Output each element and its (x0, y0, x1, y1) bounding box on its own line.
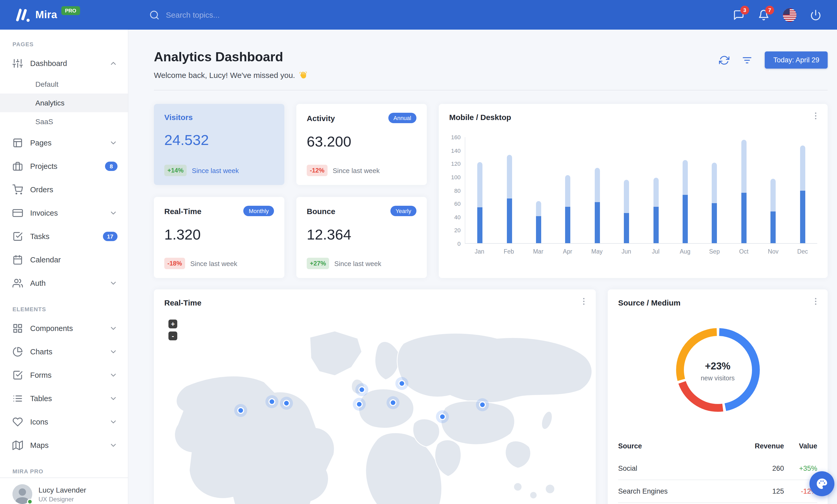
sidebar-subitem-saas[interactable]: SaaS (0, 112, 128, 131)
sidebar-subitem-default[interactable]: Default (0, 75, 128, 94)
y-tick-label: 100 (451, 174, 461, 180)
map-marker-san-francisco[interactable] (237, 407, 244, 414)
sidebar-item-calendar[interactable]: Calendar (0, 248, 128, 271)
x-tick-label: Sep (707, 248, 723, 255)
sidebar-item-label: Auth (30, 279, 109, 287)
sidebar-user[interactable]: Lucy Lavender UX Designer (0, 478, 128, 504)
bar-jun[interactable] (624, 180, 629, 243)
map-marker-western-europe[interactable] (356, 401, 362, 408)
search-icon (149, 10, 160, 20)
grid-icon (13, 323, 23, 333)
stat-value: 12.364 (307, 226, 416, 258)
bar-dec[interactable] (800, 145, 805, 243)
sidebar-item-dashboard[interactable]: Dashboard (0, 52, 128, 75)
bar-segment-desktop (477, 162, 482, 207)
sidebar-item-components[interactable]: Components (0, 316, 128, 340)
bar-segment-mobile (800, 191, 805, 243)
layout-icon (13, 137, 23, 148)
bar-segment-mobile (477, 207, 482, 243)
bar-jan[interactable] (477, 162, 482, 243)
brand[interactable]: Mira PRO (0, 8, 128, 22)
chevron-down-icon (109, 441, 118, 449)
filter-icon (742, 55, 752, 65)
bar-segment-desktop (624, 180, 629, 213)
map-marker-new-york[interactable] (283, 400, 290, 407)
sidebar-subitem-analytics[interactable]: Analytics (0, 94, 128, 112)
stat-caption: Since last week (192, 167, 239, 174)
user-name: Lucy Lavender (38, 486, 86, 494)
sidebar-item-auth[interactable]: Auth (0, 271, 128, 295)
language-flag-us-icon[interactable] (783, 8, 797, 22)
stat-period-badge[interactable]: Yearly (390, 206, 416, 216)
bar-sep[interactable] (712, 163, 717, 243)
bar-feb[interactable] (506, 154, 512, 243)
bar-jul[interactable] (653, 178, 658, 243)
filter-button[interactable] (742, 55, 752, 65)
messages-button[interactable]: 3 (733, 9, 745, 20)
map-marker-russia[interactable] (398, 380, 405, 387)
stat-card-real-time: Real-TimeMonthly1.320-18%Since last week (154, 197, 284, 278)
page-title: Analytics Dashboard (154, 49, 307, 64)
sidebar-item-projects[interactable]: Projects8 (0, 154, 128, 178)
stat-value: 24.532 (164, 132, 274, 165)
section-label-mira-pro: MIRA PRO (0, 457, 128, 479)
mira-logo-icon (15, 8, 30, 22)
sidebar-item-label: Projects (30, 162, 105, 170)
sidebar-item-pages[interactable]: Pages (0, 131, 128, 154)
chevron-down-icon (109, 279, 118, 287)
chevron-down-icon (109, 371, 118, 379)
sign-out-button[interactable] (810, 9, 821, 20)
map-zoom-out-button[interactable]: - (168, 332, 177, 340)
date-button[interactable]: Today: April 29 (765, 52, 827, 69)
bar-mar[interactable] (536, 201, 541, 243)
sidebar-item-label: Tasks (30, 232, 103, 240)
search-input[interactable] (166, 11, 322, 19)
map-marker-united-kingdom[interactable] (358, 386, 365, 393)
map-marker-china[interactable] (479, 402, 486, 408)
refresh-button[interactable] (719, 55, 730, 65)
bar-segment-desktop (800, 145, 805, 190)
cell-revenue: 164 (737, 503, 784, 504)
map-marker-toronto[interactable] (268, 398, 275, 405)
palette-icon (816, 478, 828, 490)
table-row-social: Social260+35% (618, 457, 817, 480)
stat-caption: Since last week (333, 167, 380, 174)
more-vertical-icon (811, 297, 820, 306)
map-zoom-in-button[interactable]: + (168, 320, 177, 329)
chart-plot-area (465, 137, 817, 244)
sidebar-item-maps[interactable]: Maps (0, 433, 128, 457)
stat-card-visitors: Visitors24.532+14%Since last week (154, 104, 284, 185)
world-map[interactable]: + - (154, 314, 596, 504)
bar-oct[interactable] (741, 140, 747, 243)
more-vertical-icon (811, 111, 820, 120)
theme-settings-fab[interactable] (809, 471, 834, 496)
chart-menu-button[interactable] (811, 111, 820, 123)
sidebar-item-tasks[interactable]: Tasks17 (0, 224, 128, 248)
realtime-map-card: Real-Time + - (154, 290, 596, 504)
bar-nov[interactable] (771, 179, 776, 243)
y-tick-label: 20 (455, 227, 461, 234)
main-content: Analytics Dashboard Welcome back, Lucy! … (128, 30, 837, 504)
sidebar-item-forms[interactable]: Forms (0, 363, 128, 387)
map-marker-eastern-europe[interactable] (390, 399, 396, 406)
sidebar-item-label: Calendar (30, 255, 118, 264)
search-bar[interactable] (149, 10, 733, 20)
map-marker-india[interactable] (439, 413, 446, 420)
stats-grid: Visitors24.532+14%Since last weekActivit… (154, 104, 427, 278)
notifications-button[interactable]: 7 (758, 9, 769, 20)
bar-aug[interactable] (682, 160, 688, 243)
credit-card-icon (13, 208, 23, 218)
source-menu-button[interactable] (811, 297, 820, 308)
sidebar-item-icons[interactable]: Icons (0, 410, 128, 433)
stat-period-badge[interactable]: Monthly (244, 206, 274, 216)
sidebar-item-tables[interactable]: Tables (0, 387, 128, 410)
sidebar-item-invoices[interactable]: Invoices (0, 201, 128, 224)
bar-segment-mobile (771, 211, 776, 243)
y-tick-label: 160 (451, 134, 461, 140)
bar-apr[interactable] (565, 175, 571, 243)
bar-may[interactable] (595, 168, 600, 243)
map-menu-button[interactable] (579, 297, 588, 308)
sidebar-item-charts[interactable]: Charts (0, 340, 128, 363)
sidebar-item-orders[interactable]: Orders (0, 178, 128, 201)
stat-period-badge[interactable]: Annual (388, 113, 416, 123)
